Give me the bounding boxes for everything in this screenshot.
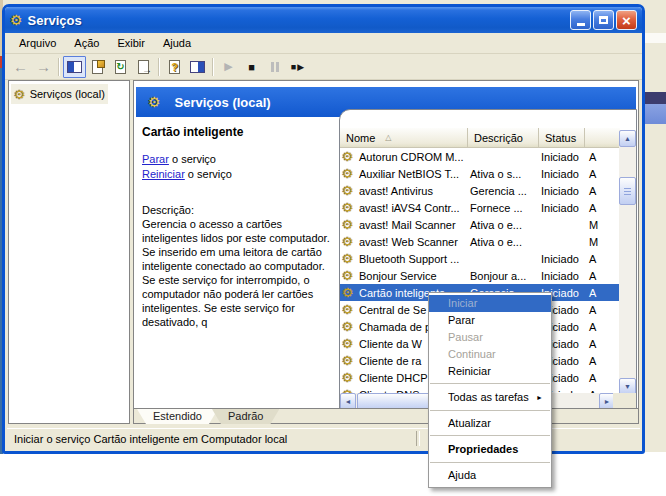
- avast! Web Scanner[interactable]: avast! Web Scanner Ativa o e... M: [340, 233, 621, 250]
- service-gears-icon: [342, 354, 356, 367]
- vertical-scroll-thumb[interactable]: [619, 177, 636, 205]
- status-text: Iniciar o serviço Cartão inteligente em …: [14, 433, 287, 445]
- context-menu-item[interactable]: Iniciar: [429, 295, 551, 312]
- service-action-link[interactable]: Parar: [142, 153, 169, 165]
- show-hide-console-tree-button[interactable]: [63, 56, 86, 78]
- status-value: Iniciado: [539, 168, 585, 180]
- title-bar[interactable]: Serviços: [5, 7, 642, 33]
- Auxiliar NetBIOS T...[interactable]: Auxiliar NetBIOS T... Ativa o s... Inici…: [340, 165, 621, 182]
- background-window-edge: [643, 92, 666, 104]
- service-action-line: Reiniciar o serviço: [142, 168, 340, 180]
- context-menu-item[interactable]: [430, 410, 550, 412]
- services-gears-icon: [14, 85, 26, 103]
- minimize-button[interactable]: [570, 10, 591, 30]
- service-gears-icon: [342, 235, 356, 248]
- service-action-line: Parar o serviço: [142, 153, 340, 165]
- menu-bar-item[interactable]: Exibir: [108, 34, 154, 52]
- column-header[interactable]: Nome: [340, 128, 468, 148]
- screen: { "colors": { "titlebar_blue": "#1460d4"…: [0, 0, 666, 496]
- vertical-scrollbar[interactable]: [619, 130, 636, 395]
- service-gears-icon: [342, 167, 356, 180]
- view-tab[interactable]: Padrão: [212, 409, 279, 424]
- services-gears-icon: [148, 93, 161, 111]
- context-menu-item[interactable]: Parar: [429, 312, 551, 329]
- context-menu-item[interactable]: Pausar: [429, 329, 551, 346]
- status-bar-divider: [416, 431, 420, 446]
- view-tabs: EstendidoPadrão: [134, 408, 638, 423]
- toolbar-separator: [158, 58, 160, 76]
- pause-service-button[interactable]: [263, 56, 286, 78]
- toolbar-separator: [58, 58, 60, 76]
- context-menu-item[interactable]: [430, 462, 550, 464]
- service-gears-icon: [342, 218, 356, 231]
- status-value: Iniciado: [539, 151, 585, 163]
- maximize-button[interactable]: [593, 10, 614, 30]
- menu-bar-item[interactable]: Ação: [65, 34, 108, 52]
- list-header: NomeDescriçãoStatus: [340, 128, 620, 148]
- help-button[interactable]: [163, 56, 186, 78]
- refresh-button[interactable]: [109, 56, 132, 78]
- column-header-filler: [585, 128, 620, 148]
- forward-button[interactable]: [32, 56, 55, 78]
- avast! Mail Scanner[interactable]: avast! Mail Scanner Ativa o e... M: [340, 216, 621, 233]
- service-gears-icon: [342, 252, 356, 265]
- context-menu-item[interactable]: [430, 435, 550, 437]
- context-menu-item[interactable]: Atualizar: [429, 415, 551, 432]
- Autorun CDROM M...[interactable]: Autorun CDROM M... Iniciado A: [340, 148, 621, 165]
- service-gears-icon: [342, 286, 356, 299]
- view-tab[interactable]: Estendido: [137, 409, 218, 424]
- avast! Antivirus[interactable]: avast! Antivirus Gerencia ... Iniciado A: [340, 182, 621, 199]
- details-pane: Serviços (local) Cartão inteligente Para…: [133, 80, 639, 424]
- context-menu-item[interactable]: Propriedades: [429, 440, 551, 459]
- service-gears-icon: [342, 150, 356, 163]
- stop-service-button[interactable]: [240, 56, 263, 78]
- services-gears-icon: [10, 11, 23, 29]
- status-value: Iniciado: [539, 270, 585, 282]
- menu-bar-item[interactable]: Ajuda: [154, 34, 200, 52]
- service-gears-icon: [342, 269, 356, 282]
- show-hide-action-pane-button[interactable]: [186, 56, 209, 78]
- extended-info-panel: Cartão inteligente Parar o serviçoReinic…: [142, 125, 340, 329]
- menu-bar-item[interactable]: Arquivo: [10, 34, 65, 52]
- status-value: Iniciado: [539, 202, 585, 214]
- start-service-button[interactable]: [217, 56, 240, 78]
- selected-service-title: Cartão inteligente: [142, 125, 340, 139]
- context-menu-item[interactable]: Continuar: [429, 346, 551, 363]
- Bluetooth Support ...[interactable]: Bluetooth Support ... Iniciado A: [340, 250, 621, 267]
- context-menu-item[interactable]: Reiniciar: [429, 363, 551, 380]
- export-list-button[interactable]: [132, 56, 155, 78]
- context-menu-item[interactable]: Ajuda: [429, 467, 551, 484]
- console-tree-panel: Serviços (local): [8, 80, 130, 424]
- context-menu-item[interactable]: [430, 383, 550, 385]
- status-value: Iniciado: [539, 185, 585, 197]
- service-gears-icon: [342, 371, 356, 384]
- column-header[interactable]: Status: [539, 128, 585, 148]
- service-gears-icon: [342, 337, 356, 350]
- service-gears-icon: [342, 303, 356, 316]
- toolbar: [5, 54, 642, 80]
- context-menu-item[interactable]: Todas as tarefas: [429, 388, 551, 407]
- service-gears-icon: [342, 184, 356, 197]
- description-label: Descrição:: [142, 204, 340, 216]
- service-context-menu: IniciarPararPausarContinuarReiniciarToda…: [428, 292, 552, 488]
- window-title: Serviços: [28, 13, 82, 28]
- background-window-edge: [643, 104, 666, 124]
- properties-button[interactable]: [86, 56, 109, 78]
- scroll-up-button[interactable]: [619, 130, 636, 147]
- status-value: Iniciado: [539, 253, 585, 265]
- restart-service-button[interactable]: [286, 56, 309, 78]
- service-description: Gerencia o acesso a cartões inteligentes…: [142, 217, 340, 329]
- back-button[interactable]: [9, 56, 32, 78]
- menu-bar: ArquivoAçãoExibirAjuda: [5, 33, 642, 54]
- service-gears-icon: [342, 201, 356, 214]
- service-action-link[interactable]: Reiniciar: [142, 168, 185, 180]
- background-window-edge: [643, 33, 666, 43]
- toolbar-separator: [212, 58, 214, 76]
- close-button[interactable]: [616, 10, 637, 30]
- column-header[interactable]: Descrição: [468, 128, 539, 148]
- tree-item-services-local[interactable]: Serviços (local): [11, 84, 108, 104]
- desktop-background-right: [643, 0, 666, 452]
- avast! iAVS4 Contr...[interactable]: avast! iAVS4 Contr... Fornece ... Inicia…: [340, 199, 621, 216]
- Bonjour Service[interactable]: Bonjour Service Bonjour a... Iniciado A: [340, 267, 621, 284]
- service-gears-icon: [342, 320, 356, 333]
